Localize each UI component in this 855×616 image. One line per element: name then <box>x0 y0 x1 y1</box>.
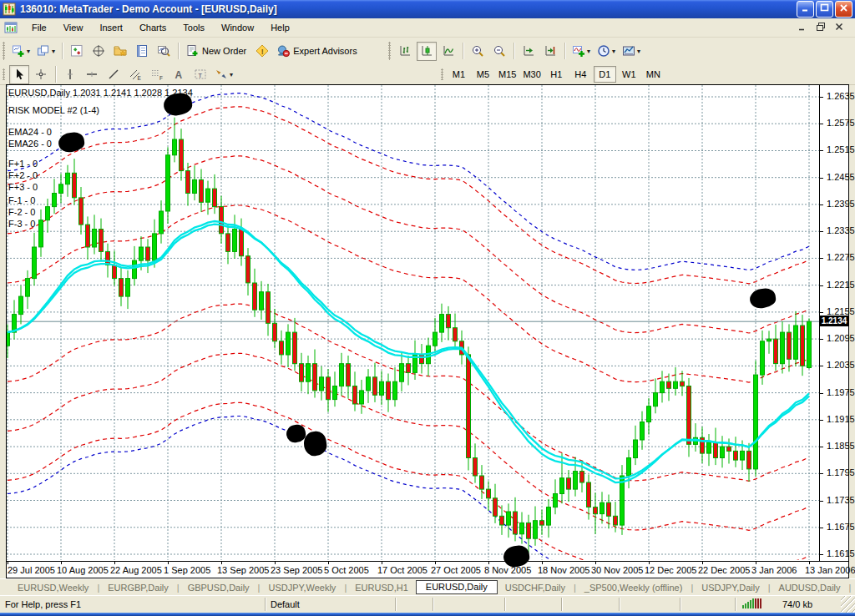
price-label: 1.1675 <box>820 522 848 532</box>
timeframe-d1[interactable]: D1 <box>594 66 616 83</box>
zoom-out-button[interactable] <box>489 42 509 61</box>
chart-shift-button[interactable] <box>540 42 560 61</box>
timeframe-mn[interactable]: MN <box>642 66 665 83</box>
date-label: 10 Aug 2005 <box>57 565 109 575</box>
timeframe-h4[interactable]: H4 <box>569 66 592 83</box>
risk-model-bands <box>8 93 809 560</box>
status-empty-cell <box>680 598 736 611</box>
market-watch-button[interactable] <box>67 42 87 61</box>
tab-usdjpy-daily[interactable]: USDJPY,Daily <box>694 581 767 594</box>
horizontal-line-button[interactable] <box>82 65 102 84</box>
tab-eurusd-daily[interactable]: EURUSD,Daily <box>416 580 498 594</box>
bar-chart-button[interactable] <box>395 42 415 61</box>
new-chart-button[interactable]: ▾ <box>9 42 33 61</box>
maximize-button[interactable] <box>816 1 833 18</box>
tab-eurusd-weekly[interactable]: EURUSD,Weekly <box>10 581 96 594</box>
menu-view[interactable]: View <box>55 20 92 35</box>
mdi-restore-button[interactable] <box>812 21 829 35</box>
tab--sp500-weekly-offline-[interactable]: _SP500,Weekly (offline) <box>577 581 691 594</box>
tab-separator: | <box>691 583 693 593</box>
date-tick <box>488 562 489 564</box>
date-label: 1 Sep 2005 <box>164 565 210 575</box>
fibonacci-button[interactable]: F <box>147 65 167 84</box>
toolbar-separator <box>55 66 56 83</box>
menu-window[interactable]: Window <box>213 20 262 35</box>
indicators-button[interactable]: ▾ <box>569 42 593 61</box>
strategy-tester-button[interactable] <box>154 42 174 61</box>
mdi-minimize-button[interactable] <box>794 21 811 35</box>
timeframe-m15[interactable]: M15 <box>496 66 519 83</box>
cursor-button[interactable] <box>9 65 29 84</box>
templates-button[interactable]: ▾ <box>620 42 643 61</box>
candle-wicks <box>8 118 809 553</box>
expert-advisors-label: Expert Advisors <box>291 46 358 56</box>
price-label: 1.2635 <box>820 91 848 101</box>
profiles-button[interactable]: ▾ <box>34 42 58 61</box>
data-window-button[interactable] <box>89 42 109 61</box>
app-icon <box>3 3 16 16</box>
strategy-tester-icon <box>157 44 170 58</box>
tab-separator: | <box>344 583 347 593</box>
date-label: 30 Nov 2005 <box>591 565 643 575</box>
menu-tools[interactable]: Tools <box>175 20 213 35</box>
tab-usdjpy-weekly[interactable]: USDJPY,Weekly <box>261 581 343 594</box>
timeframe-h1[interactable]: H1 <box>545 66 568 83</box>
timeframe-m5[interactable]: M5 <box>472 66 494 83</box>
date-label: 13 Jan 2006 <box>805 565 855 575</box>
indicator-label: F+2 - 0 <box>8 170 38 180</box>
tab-usd[interactable]: USD <box>852 581 855 594</box>
navigator-icon <box>114 44 127 58</box>
menu-help[interactable]: Help <box>262 20 298 35</box>
date-tick <box>756 562 756 564</box>
alert-button[interactable]: ! <box>252 42 272 61</box>
timeframe-m1[interactable]: M1 <box>448 66 470 83</box>
tab-audusd-daily[interactable]: AUDUSD,Daily <box>772 581 848 594</box>
new-order-button[interactable]: New Order <box>183 42 250 61</box>
text-label-button[interactable]: T <box>190 65 210 84</box>
arrow-tools-button[interactable]: ▾ <box>212 65 235 84</box>
menu-insert[interactable]: Insert <box>91 20 131 35</box>
tab-separator: | <box>768 583 771 593</box>
timeframe-w1[interactable]: W1 <box>618 66 640 83</box>
chart-ohlc-line: EURUSD,Daily 1.2031 1.2141 1.2028 1.2134 <box>8 88 193 98</box>
status-empty-cell <box>396 598 433 611</box>
date-label: 5 Oct 2005 <box>324 565 369 575</box>
crosshair-button[interactable] <box>31 65 51 84</box>
terminal-button[interactable] <box>132 42 152 61</box>
periods-icon <box>597 44 610 58</box>
profiles-icon <box>37 44 50 58</box>
price-chart[interactable] <box>7 85 819 560</box>
trend-line-button[interactable] <box>104 65 124 84</box>
dropdown-arrow-icon: ▾ <box>27 48 30 55</box>
indicator-label: F+1 - 0 <box>8 159 38 169</box>
resize-grip[interactable] <box>841 596 855 613</box>
auto-scroll-button[interactable] <box>519 42 539 61</box>
status-bar: For Help, press F1 Default 74/0 kb <box>0 595 855 613</box>
menu-charts[interactable]: Charts <box>131 20 175 35</box>
equidistant-channel-button[interactable]: E <box>125 65 145 84</box>
indicator-label: F-2 - 0 <box>8 207 35 217</box>
navigator-button[interactable] <box>110 42 130 61</box>
line-chart-button[interactable] <box>438 42 458 61</box>
candlestick-chart-button[interactable] <box>417 42 437 61</box>
mdi-window-controls <box>794 21 847 35</box>
zoom-in-button[interactable] <box>468 42 488 61</box>
mdi-close-button[interactable] <box>831 21 847 35</box>
tab-usdchf-daily[interactable]: USDCHF,Daily <box>498 581 573 594</box>
vertical-line-button[interactable] <box>60 65 80 84</box>
text-button[interactable]: A <box>169 65 189 84</box>
minimize-button[interactable] <box>797 1 814 18</box>
price-label: 1.2575 <box>820 118 848 128</box>
close-button[interactable] <box>835 1 852 18</box>
tab-eurusd-h1[interactable]: EURUSD,H1 <box>347 581 416 594</box>
expert-advisors-button[interactable]: Expert Advisors <box>274 42 361 61</box>
dropdown-arrow-icon: ▾ <box>52 48 55 55</box>
menu-file[interactable]: File <box>23 20 55 35</box>
bar-chart-icon <box>398 44 412 58</box>
chart-window[interactable]: EURUSD,Daily 1.2031 1.2141 1.2028 1.2134… <box>6 84 849 578</box>
tab-eurgbp-daily[interactable]: EURGBP,Daily <box>100 581 176 594</box>
price-label: 1.2455 <box>820 172 848 182</box>
timeframe-m30[interactable]: M30 <box>520 66 543 83</box>
tab-gbpusd-daily[interactable]: GBPUSD,Daily <box>180 581 257 594</box>
periods-button[interactable]: ▾ <box>594 42 618 61</box>
